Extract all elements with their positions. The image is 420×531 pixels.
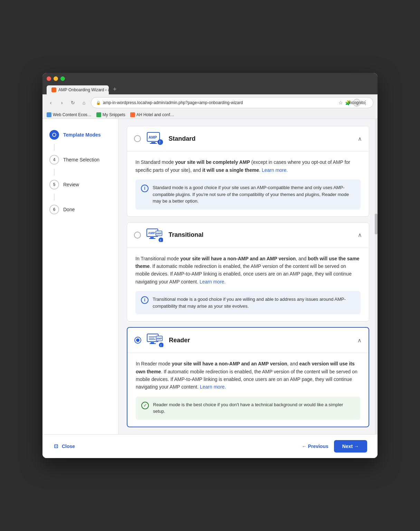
sidebar-item-theme-selection[interactable]: 4 Theme Selection — [42, 151, 118, 169]
traffic-light-minimize[interactable] — [54, 76, 58, 81]
transitional-mode-icon: AMP AMP ! — [146, 228, 163, 242]
sidebar: Template Modes 4 Theme Selection 5 Revie… — [42, 119, 118, 434]
home-button[interactable]: ⌂ — [80, 99, 88, 107]
browser-tabs: AMP Onboarding Wizard ‹ am… ✕ + — [47, 84, 373, 94]
mode-title-transitional: Transitional — [169, 231, 358, 239]
step-circle-6: 6 — [49, 205, 59, 214]
mode-body-reader: In Reader mode your site will have a non… — [127, 353, 369, 427]
standard-info-icon: i — [141, 185, 149, 192]
step-circle-4: 4 — [49, 155, 59, 165]
step-connector-3 — [54, 194, 55, 201]
svg-rect-2 — [150, 143, 157, 144]
sidebar-label-done: Done — [63, 207, 75, 212]
step-number-5: 5 — [53, 182, 56, 187]
svg-text:AMP: AMP — [156, 337, 162, 340]
svg-text:AMP: AMP — [156, 232, 162, 235]
mode-title-standard: Standard — [169, 135, 358, 142]
browser-window: AMP Onboarding Wizard ‹ am… ✕ + ‹ › ↻ ⌂ … — [42, 73, 378, 458]
traffic-lights — [47, 76, 373, 81]
standard-chevron-icon[interactable]: ∧ — [358, 136, 362, 142]
transitional-description: In Transitional mode your site will have… — [135, 255, 361, 286]
bookmark-favicon-0 — [47, 112, 51, 117]
close-label: Close — [62, 444, 75, 449]
sidebar-item-template-modes[interactable]: Template Modes — [42, 126, 118, 144]
reload-button[interactable]: ↻ — [69, 99, 77, 107]
transitional-info-text: Transitional mode is a good choice if yo… — [153, 296, 355, 309]
close-button[interactable]: ⊡ Close — [53, 443, 75, 449]
svg-text:AMP: AMP — [148, 231, 155, 235]
reader-info-text: Reader mode is the best choice if you do… — [153, 401, 355, 415]
new-tab-button[interactable]: + — [109, 84, 120, 94]
standard-info-text: Standard mode is a good choice if your s… — [153, 184, 355, 205]
page-content: Template Modes 4 Theme Selection 5 Revie… — [42, 119, 378, 434]
standard-mode-icon: AMP ! — [146, 132, 163, 146]
bookmark-item-2[interactable]: AH Hotel and conf… — [130, 112, 174, 117]
mode-header-transitional[interactable]: AMP AMP ! Transitional ∧ — [127, 223, 369, 248]
bookmark-label-2: AH Hotel and conf… — [136, 112, 174, 117]
step-connector-1 — [54, 144, 55, 151]
standard-description: In Standard mode your site will be compl… — [135, 158, 361, 174]
menu-icon[interactable]: ⋮ — [363, 100, 368, 106]
forward-button[interactable]: › — [58, 99, 66, 107]
step-number-4: 4 — [53, 157, 56, 162]
tab-label: AMP Onboarding Wizard ‹ am… — [58, 87, 109, 92]
browser-toolbar: ‹ › ↻ ⌂ 🔒 amp-in-wordpress.local/wp-admi… — [42, 94, 378, 111]
modes-container: AMP ! Standard ∧ In Standard mode your s… — [118, 119, 378, 434]
svg-rect-16 — [150, 343, 156, 344]
address-bar[interactable]: 🔒 amp-in-wordpress.local/wp-admin/admin.… — [91, 97, 373, 108]
tab-favicon — [51, 87, 56, 92]
back-button[interactable]: ‹ — [47, 99, 55, 107]
mode-radio-reader[interactable] — [134, 337, 141, 344]
standard-info-box: i Standard mode is a good choice if your… — [135, 179, 361, 209]
reader-check-icon: ✓ — [141, 402, 149, 409]
sidebar-label-template-modes: Template Modes — [63, 132, 101, 138]
sidebar-label-review: Review — [63, 182, 79, 187]
svg-text:!: ! — [160, 239, 161, 242]
mode-header-reader[interactable]: AMP ! Reader ∧ — [127, 328, 369, 353]
step-number-6: 6 — [53, 207, 56, 212]
reader-info-box: ✓ Reader mode is the best choice if you … — [136, 397, 360, 420]
scrollbar-thumb[interactable] — [375, 214, 378, 234]
star-icon[interactable]: ☆ — [338, 100, 343, 105]
reader-chevron-icon[interactable]: ∧ — [357, 337, 362, 344]
address-text: amp-in-wordpress.local/wp-admin/admin.ph… — [103, 100, 336, 105]
mode-radio-standard[interactable] — [134, 135, 141, 142]
svg-rect-8 — [149, 238, 155, 239]
bookmark-favicon-2 — [130, 112, 135, 117]
bookmark-favicon-1 — [96, 112, 101, 117]
previous-button[interactable]: ← Previous — [302, 444, 328, 449]
next-label: Next → — [342, 444, 359, 449]
bookmark-item-0[interactable]: Web Content Ecos… — [47, 112, 92, 117]
svg-rect-1 — [151, 142, 155, 143]
mode-header-standard[interactable]: AMP ! Standard ∧ — [127, 126, 369, 151]
bookmark-item-1[interactable]: My Snippets — [96, 112, 125, 117]
transitional-learn-more-link[interactable]: Learn more. — [200, 279, 226, 285]
mode-body-standard: In Standard mode your site will be compl… — [127, 151, 369, 216]
step-circle-active — [49, 130, 59, 140]
reader-learn-more-link[interactable]: Learn more. — [200, 384, 226, 390]
svg-text:!: ! — [159, 140, 160, 144]
mode-body-transitional: In Transitional mode your site will have… — [127, 248, 369, 322]
svg-rect-15 — [151, 342, 154, 343]
mode-radio-transitional[interactable] — [134, 232, 141, 239]
transitional-chevron-icon[interactable]: ∧ — [358, 232, 362, 238]
transitional-info-box: i Transitional mode is a good choice if … — [135, 291, 361, 314]
svg-rect-7 — [150, 237, 154, 238]
standard-learn-more-link[interactable]: Learn more. — [262, 167, 288, 173]
sidebar-item-done[interactable]: 6 Done — [42, 201, 118, 218]
profile-label[interactable]: Incognito — [353, 99, 361, 106]
next-button[interactable]: Next → — [334, 440, 367, 453]
lock-icon: 🔒 — [96, 101, 101, 105]
main-panel: AMP ! Standard ∧ In Standard mode your s… — [118, 119, 378, 434]
step-connector-2 — [54, 169, 55, 176]
previous-label: ← Previous — [302, 444, 328, 449]
address-icons: ☆ 🧩 Incognito ⋮ — [338, 99, 368, 106]
browser-tab-active[interactable]: AMP Onboarding Wizard ‹ am… ✕ — [47, 85, 109, 94]
traffic-light-maximize[interactable] — [60, 76, 65, 81]
page-footer: ⊡ Close ← Previous Next → — [42, 434, 378, 458]
sidebar-item-review[interactable]: 5 Review — [42, 176, 118, 194]
step-circle-5: 5 — [49, 180, 59, 189]
scrollbar-track — [375, 119, 378, 434]
close-icon: ⊡ — [53, 443, 59, 449]
traffic-light-close[interactable] — [47, 76, 51, 81]
